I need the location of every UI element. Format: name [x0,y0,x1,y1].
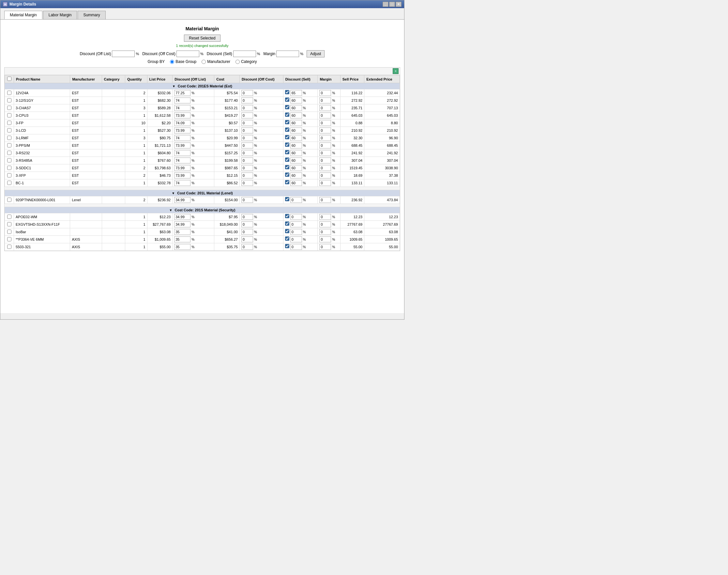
disc-sell-input[interactable] [290,135,302,141]
disc-off-cost-input[interactable] [241,229,253,235]
disc-off-list-input[interactable] [174,112,190,119]
disc-off-cost-input[interactable] [241,214,253,220]
margin-input[interactable] [319,236,331,242]
disc-sell-checkbox[interactable] [285,165,289,169]
row-checkbox[interactable] [7,106,11,110]
reset-selected-button[interactable]: Reset Selected [184,35,220,42]
disc-sell-input[interactable] [290,105,302,111]
disc-sell-input[interactable] [290,236,302,242]
disc-off-list-input[interactable] [174,128,190,133]
disc-sell-checkbox[interactable] [285,180,289,184]
row-checkbox[interactable] [7,237,11,241]
margin-input[interactable] [319,150,331,156]
row-checkbox[interactable] [7,121,11,125]
row-checkbox[interactable] [7,91,11,95]
row-checkbox[interactable] [7,230,11,234]
disc-sell-checkbox[interactable] [285,142,289,147]
row-checkbox[interactable] [7,214,11,219]
disc-sell-input[interactable] [290,197,302,203]
margin-input[interactable] [319,128,331,133]
disc-off-list-input[interactable] [174,105,190,111]
row-checkbox[interactable] [7,128,11,132]
disc-sell-input[interactable] [290,128,302,133]
disc-sell-checkbox[interactable] [285,222,289,226]
disc-off-list-input[interactable] [174,180,190,186]
disc-off-cost-input[interactable] [241,90,253,96]
radio-manufacturer[interactable] [202,60,206,64]
disc-sell-checkbox[interactable] [285,120,289,124]
row-checkbox[interactable] [7,222,11,226]
margin-input[interactable] [319,135,331,141]
radio-category[interactable] [236,60,240,64]
disc-off-list-input[interactable] [174,172,190,178]
row-checkbox[interactable] [7,113,11,117]
margin-input[interactable] [319,222,331,227]
disc-off-list-input[interactable] [174,120,190,126]
disc-off-cost-input[interactable] [241,105,253,111]
disc-sell-input[interactable] [290,229,302,235]
row-checkbox[interactable] [7,166,11,170]
margin-input[interactable] [319,112,331,119]
disc-sell-input[interactable] [290,172,302,178]
disc-sell-input[interactable] [290,180,302,186]
margin-input[interactable] [319,142,331,148]
disc-sell-checkbox[interactable] [285,244,289,248]
disc-sell-input[interactable] [290,222,302,227]
discount-off-list-input[interactable] [112,50,135,57]
disc-off-cost-input[interactable] [241,98,253,103]
disc-off-list-input[interactable] [174,135,190,141]
disc-sell-checkbox[interactable] [285,98,289,102]
disc-off-list-input[interactable] [174,150,190,156]
tab-summary[interactable]: Summary [78,11,105,19]
disc-sell-input[interactable] [290,214,302,220]
disc-sell-input[interactable] [290,165,302,171]
radio-base-group[interactable] [170,60,174,64]
close-button[interactable]: ✕ [396,2,402,7]
disc-off-cost-input[interactable] [241,120,253,126]
disc-off-list-input[interactable] [174,244,190,250]
margin-input[interactable] [319,120,331,126]
discount-sell-input[interactable] [233,50,256,57]
margin-input[interactable] [319,229,331,235]
disc-off-list-input[interactable] [174,236,190,242]
disc-sell-input[interactable] [290,112,302,119]
disc-sell-checkbox[interactable] [285,90,289,94]
disc-sell-checkbox[interactable] [285,236,289,241]
disc-sell-checkbox[interactable] [285,128,289,132]
row-checkbox[interactable] [7,136,11,140]
disc-off-cost-input[interactable] [241,236,253,242]
disc-off-list-input[interactable] [174,197,190,203]
margin-input[interactable] [319,90,331,96]
disc-off-cost-input[interactable] [241,180,253,186]
disc-off-cost-input[interactable] [241,112,253,119]
disc-sell-checkbox[interactable] [285,214,289,218]
row-checkbox[interactable] [7,198,11,202]
disc-off-cost-input[interactable] [241,128,253,133]
row-checkbox[interactable] [7,181,11,185]
disc-sell-input[interactable] [290,150,302,156]
disc-off-cost-input[interactable] [241,197,253,203]
disc-sell-checkbox[interactable] [285,135,289,139]
margin-input[interactable] [319,244,331,250]
row-checkbox[interactable] [7,98,11,102]
disc-off-cost-input[interactable] [241,135,253,141]
row-checkbox[interactable] [7,151,11,155]
margin-input[interactable] [319,180,331,186]
margin-input[interactable] [319,165,331,171]
group-collapse-arrow[interactable]: ▼ [172,84,175,88]
disc-sell-checkbox[interactable] [285,158,289,162]
disc-off-cost-input[interactable] [241,158,253,163]
disc-off-cost-input[interactable] [241,150,253,156]
margin-input[interactable] [276,50,299,57]
disc-off-cost-input[interactable] [241,172,253,178]
disc-sell-checkbox[interactable] [285,112,289,117]
disc-off-list-input[interactable] [174,222,190,227]
margin-input[interactable] [319,98,331,103]
export-icon[interactable]: X [393,68,398,74]
margin-input[interactable] [319,214,331,220]
row-checkbox[interactable] [7,158,11,162]
minimize-button[interactable]: _ [383,2,388,7]
disc-off-cost-input[interactable] [241,142,253,148]
margin-input[interactable] [319,158,331,163]
disc-off-list-input[interactable] [174,90,190,96]
